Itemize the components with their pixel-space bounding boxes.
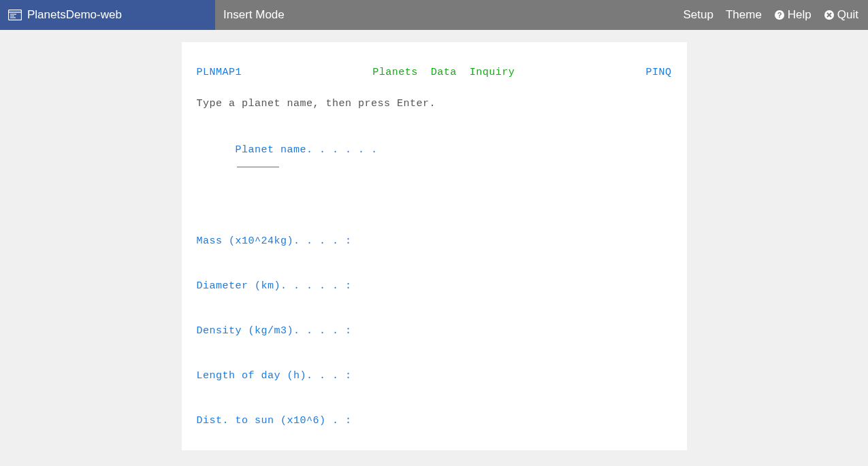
field-density: Density (kg/m3). . . . : — [197, 324, 672, 339]
help-icon: ? — [774, 10, 785, 20]
mode-label: Insert Mode — [223, 8, 285, 22]
terminal-icon — [8, 10, 22, 20]
field-mass: Mass (x10^24kg). . . . : — [197, 234, 672, 249]
instruction-text: Type a planet name, then press Enter. — [197, 97, 672, 112]
close-icon — [824, 10, 835, 20]
brand-title: PlanetsDemo-web — [27, 8, 122, 22]
nav-quit[interactable]: Quit — [824, 8, 858, 22]
svg-rect-0 — [9, 10, 22, 20]
nav-theme-label: Theme — [726, 8, 762, 22]
nav: Setup Theme ? Help — [683, 8, 858, 22]
screen-title: Planets Data Inquiry — [372, 65, 515, 80]
brand-block: PlanetsDemo-web — [0, 0, 215, 30]
terminal-header: PLNMAP1 Planets Data Inquiry PINQ — [197, 65, 672, 80]
terminal-panel: PLNMAP1 Planets Data Inquiry PINQ Type a… — [182, 42, 687, 450]
screen-code-left: PLNMAP1 — [197, 65, 242, 80]
nav-quit-label: Quit — [837, 8, 858, 22]
nav-setup-label: Setup — [683, 8, 713, 22]
content-area: PLNMAP1 Planets Data Inquiry PINQ Type a… — [0, 30, 868, 450]
field-dist-sun: Dist. to sun (x10^6) . : — [197, 414, 672, 429]
svg-text:?: ? — [777, 11, 782, 19]
planet-name-input[interactable] — [237, 158, 279, 167]
header-right: Insert Mode Setup Theme ? Help — [215, 0, 868, 30]
nav-theme[interactable]: Theme — [726, 8, 762, 22]
field-diameter: Diameter (km). . . . . : — [197, 279, 672, 294]
planet-name-label: Planet name. . . . . . — [236, 144, 378, 156]
nav-setup[interactable]: Setup — [683, 8, 713, 22]
screen-code-right: PINQ — [645, 65, 671, 80]
nav-help[interactable]: ? Help — [774, 8, 811, 22]
output-fields: Mass (x10^24kg). . . . : Diameter (km). … — [197, 204, 672, 450]
planet-name-row: Planet name. . . . . . — [197, 128, 672, 188]
nav-help-label: Help — [788, 8, 811, 22]
field-day-length: Length of day (h). . . : — [197, 369, 672, 384]
app-header: PlanetsDemo-web Insert Mode Setup Theme … — [0, 0, 868, 30]
